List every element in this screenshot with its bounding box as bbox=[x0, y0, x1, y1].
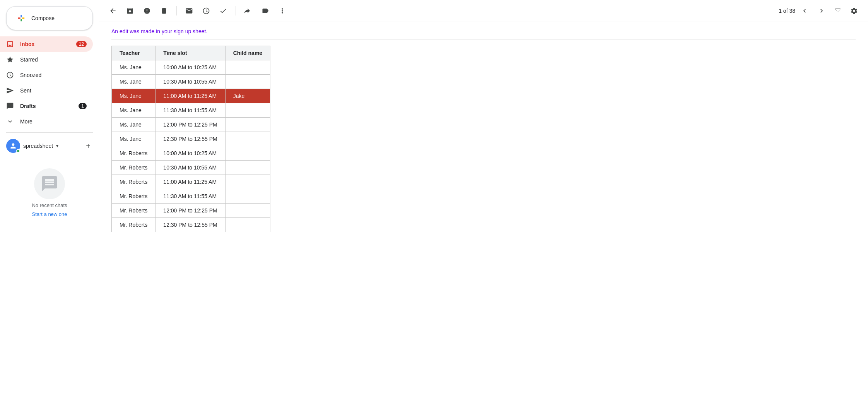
sidebar-item-inbox[interactable]: Inbox 12 bbox=[0, 36, 93, 52]
chat-bubble-svg bbox=[40, 175, 59, 193]
table-row: Mr. Roberts12:00 PM to 12:25 PM bbox=[112, 204, 270, 218]
add-chat-button[interactable]: + bbox=[84, 141, 93, 151]
toolbar-sep-1 bbox=[176, 6, 177, 15]
cell-timeslot: 12:00 PM to 12:25 PM bbox=[155, 204, 225, 218]
chat-dropdown-icon[interactable]: ▾ bbox=[56, 143, 58, 149]
inbox-badge: 12 bbox=[76, 41, 87, 47]
drafts-badge: 1 bbox=[79, 103, 87, 109]
cell-timeslot: 10:00 AM to 10:25 AM bbox=[155, 60, 225, 75]
cell-timeslot: 11:30 AM to 11:55 AM bbox=[155, 189, 225, 204]
table-row: Ms. Jane12:30 PM to 12:55 PM bbox=[112, 132, 270, 146]
cell-childname bbox=[225, 103, 270, 118]
drafts-icon bbox=[6, 102, 14, 110]
star-icon bbox=[6, 56, 14, 63]
inbox-icon bbox=[6, 40, 14, 48]
cell-teacher: Mr. Roberts bbox=[112, 161, 155, 175]
cell-timeslot: 11:00 AM to 11:25 AM bbox=[155, 175, 225, 189]
cell-childname bbox=[225, 146, 270, 161]
cell-teacher: Ms. Jane bbox=[112, 103, 155, 118]
cell-childname bbox=[225, 118, 270, 132]
more-label: More bbox=[20, 118, 87, 125]
compose-button[interactable]: + Compose bbox=[6, 6, 93, 30]
table-row: Ms. Jane11:30 AM to 11:55 AM bbox=[112, 103, 270, 118]
schedule-table: Teacher Time slot Child name Ms. Jane10:… bbox=[111, 46, 270, 232]
cell-teacher: Mr. Roberts bbox=[112, 146, 155, 161]
mark-unread-button[interactable] bbox=[181, 3, 197, 19]
next-email-button[interactable] bbox=[814, 3, 829, 19]
chat-bubble-icon bbox=[34, 168, 65, 199]
cell-teacher: Ms. Jane bbox=[112, 118, 155, 132]
table-row: Mr. Roberts10:00 AM to 10:25 AM bbox=[112, 146, 270, 161]
cell-timeslot: 12:30 PM to 12:55 PM bbox=[155, 218, 225, 232]
starred-label: Starred bbox=[20, 56, 87, 63]
online-dot bbox=[16, 149, 20, 153]
delete-button[interactable] bbox=[156, 3, 172, 19]
cell-childname: Jake bbox=[225, 89, 270, 103]
cell-teacher: Mr. Roberts bbox=[112, 204, 155, 218]
chat-label: spreadsheet bbox=[23, 143, 53, 149]
snoozed-icon bbox=[6, 71, 14, 79]
cell-childname bbox=[225, 175, 270, 189]
add-task-button[interactable] bbox=[215, 3, 231, 19]
sidebar-item-more[interactable]: More bbox=[0, 114, 93, 129]
table-row: Ms. Jane10:30 AM to 10:55 AM bbox=[112, 75, 270, 89]
prev-email-button[interactable] bbox=[797, 3, 812, 19]
chat-section[interactable]: spreadsheet ▾ + bbox=[0, 136, 99, 156]
sent-icon bbox=[6, 87, 14, 94]
sidebar-item-snoozed[interactable]: Snoozed bbox=[0, 67, 93, 83]
cell-teacher: Ms. Jane bbox=[112, 132, 155, 146]
move-to-button[interactable] bbox=[241, 3, 256, 19]
sidebar: + Compose Inbox 12 Starred Snoozed bbox=[0, 0, 99, 404]
main-content: 1 of 38 An edit was made in your sign up… bbox=[99, 0, 868, 404]
back-button[interactable] bbox=[105, 3, 121, 19]
cell-childname bbox=[225, 189, 270, 204]
table-row: Mr. Roberts11:00 AM to 11:25 AM bbox=[112, 175, 270, 189]
col-teacher: Teacher bbox=[112, 46, 155, 60]
start-new-link[interactable]: Start a new one bbox=[32, 211, 67, 217]
cell-childname bbox=[225, 60, 270, 75]
pagination: 1 of 38 bbox=[779, 3, 829, 19]
snooze-button[interactable] bbox=[198, 3, 214, 19]
label-button[interactable] bbox=[258, 3, 273, 19]
cell-timeslot: 11:00 AM to 11:25 AM bbox=[155, 89, 225, 103]
no-chats-text: No recent chats bbox=[32, 202, 67, 208]
col-timeslot: Time slot bbox=[155, 46, 225, 60]
sidebar-item-starred[interactable]: Starred bbox=[0, 52, 93, 67]
cell-timeslot: 12:00 PM to 12:25 PM bbox=[155, 118, 225, 132]
inbox-label: Inbox bbox=[20, 41, 70, 47]
cell-timeslot: 10:30 AM to 10:55 AM bbox=[155, 75, 225, 89]
toolbar: 1 of 38 bbox=[99, 0, 868, 22]
cell-childname bbox=[225, 161, 270, 175]
cell-childname bbox=[225, 75, 270, 89]
more-chevron-icon bbox=[6, 118, 14, 125]
cell-timeslot: 10:00 AM to 10:25 AM bbox=[155, 146, 225, 161]
table-row: Ms. Jane10:00 AM to 10:25 AM bbox=[112, 60, 270, 75]
table-row: Mr. Roberts11:30 AM to 11:55 AM bbox=[112, 189, 270, 204]
settings-button[interactable] bbox=[846, 3, 862, 19]
snoozed-label: Snoozed bbox=[20, 72, 87, 78]
cell-teacher: Ms. Jane bbox=[112, 60, 155, 75]
avatar bbox=[6, 139, 20, 153]
cell-teacher: Ms. Jane bbox=[112, 89, 155, 103]
email-header-line: An edit was made in your sign up sheet. bbox=[111, 28, 856, 39]
cell-timeslot: 10:30 AM to 10:55 AM bbox=[155, 161, 225, 175]
cell-childname bbox=[225, 204, 270, 218]
cell-teacher: Ms. Jane bbox=[112, 75, 155, 89]
more-actions-button[interactable] bbox=[275, 3, 290, 19]
archive-button[interactable] bbox=[122, 3, 138, 19]
table-row: Ms. Jane11:00 AM to 11:25 AMJake bbox=[112, 89, 270, 103]
compose-plus-icon: + bbox=[16, 13, 27, 24]
sidebar-item-sent[interactable]: Sent bbox=[0, 83, 93, 98]
cell-teacher: Mr. Roberts bbox=[112, 175, 155, 189]
col-childname: Child name bbox=[225, 46, 270, 60]
table-row: Mr. Roberts12:30 PM to 12:55 PM bbox=[112, 218, 270, 232]
pagination-text: 1 of 38 bbox=[779, 8, 795, 14]
sidebar-divider bbox=[6, 132, 93, 133]
cell-childname bbox=[225, 218, 270, 232]
input-tools-button[interactable] bbox=[831, 3, 845, 19]
cell-teacher: Mr. Roberts bbox=[112, 189, 155, 204]
sidebar-item-drafts[interactable]: Drafts 1 bbox=[0, 98, 93, 114]
sent-label: Sent bbox=[20, 87, 87, 94]
spam-button[interactable] bbox=[139, 3, 155, 19]
table-row: Mr. Roberts10:30 AM to 10:55 AM bbox=[112, 161, 270, 175]
